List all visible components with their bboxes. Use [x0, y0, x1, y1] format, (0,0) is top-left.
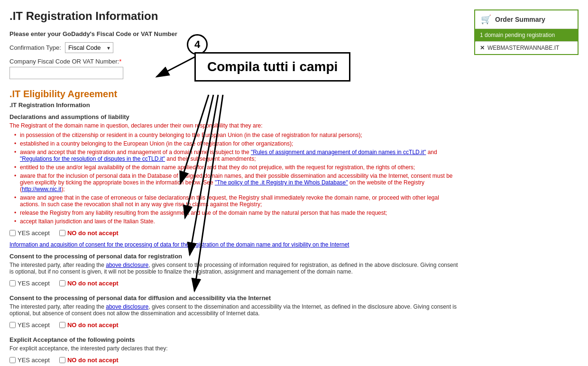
consent1-yes-label[interactable]: YES accept [9, 280, 50, 287]
confirmation-type-select-wrap[interactable]: Fiscal Code VAT Number [65, 42, 113, 53]
consent1-text: The interested party, after reading the … [9, 262, 460, 275]
confirmation-type-select[interactable]: Fiscal Code VAT Number [65, 42, 113, 53]
bullet-3: aware and accept that the registration a… [14, 149, 460, 162]
nic-link[interactable]: http://www.nic.it [22, 186, 61, 192]
fiscal-code-field-block: Company Fiscal Code OR VAT Number:* [9, 58, 460, 79]
regulations-link[interactable]: "Regulations for the resolution of dispu… [20, 156, 165, 162]
sidebar: 🛒 Order Summary 1 domain pending registr… [474, 9, 579, 366]
domain-name: WEBMASTERWANNABE.IT [487, 45, 559, 51]
consent2-yes-label[interactable]: YES accept [9, 321, 50, 329]
explicit-heading: Explicit Acceptance of the following poi… [9, 336, 460, 343]
declarations-no-label[interactable]: NO do not accept [59, 229, 119, 237]
consent1-block: Consent to the processing of personal da… [9, 253, 460, 287]
declarations-yes-checkbox[interactable] [9, 230, 16, 236]
consent1-no-checkbox[interactable] [59, 280, 65, 286]
explicit-yes-checkbox[interactable] [9, 357, 16, 363]
bullet-8: accept Italian jurisdiction and laws of … [14, 218, 460, 225]
order-summary-pending: 1 domain pending registration [475, 29, 578, 41]
fiscal-code-label: Company Fiscal Code OR VAT Number:* [9, 58, 460, 65]
order-summary-title: Order Summary [495, 16, 545, 23]
consent2-accept-row: YES accept NO do not accept [9, 321, 460, 329]
explicit-text: For explicit acceptance, the interested … [9, 345, 460, 352]
fiscal-code-input[interactable] [9, 67, 123, 79]
consent2-block: Consent to the processing of personal da… [9, 294, 460, 329]
rules-link[interactable]: "Rules of assignment and management of d… [251, 149, 426, 156]
consent1-disclosure-link[interactable]: above disclosure [106, 262, 148, 268]
bullet-6: aware and agree that in the case of erro… [14, 194, 460, 208]
explicit-block: Explicit Acceptance of the following poi… [9, 336, 460, 364]
consent1-accept-row: YES accept NO do not accept [9, 280, 460, 287]
explicit-no-label[interactable]: NO do not accept [59, 357, 119, 364]
domain-x-icon: ✕ [480, 45, 485, 51]
consent2-no-checkbox[interactable] [59, 322, 65, 328]
bullet-4: entitled to the use and/or legal availab… [14, 164, 460, 171]
bullet-5: aware that for the inclusion of personal… [14, 173, 460, 192]
bullet-7: release the Registry from any liability … [14, 210, 460, 216]
bullet-2: established in a country belonging to th… [14, 140, 460, 147]
confirmation-type-row: Confirmation Type: Fiscal Code VAT Numbe… [9, 42, 460, 53]
explicit-no-checkbox[interactable] [59, 357, 65, 363]
page-title: .IT Registration Information [9, 9, 460, 23]
declarations-accept-row: YES accept NO do not accept [9, 229, 460, 237]
declarations-no-checkbox[interactable] [59, 230, 65, 236]
eligibility-title: .IT Eligibility Agreement [9, 89, 460, 100]
whois-policy-link[interactable]: "The policy of the .it Registry in the W… [215, 179, 348, 186]
order-summary-box: 🛒 Order Summary 1 domain pending registr… [474, 9, 579, 55]
consent1-yes-checkbox[interactable] [9, 280, 16, 286]
eligibility-subtitle: .IT Registration Information [9, 101, 460, 109]
main-content: .IT Registration Information Please ente… [9, 9, 474, 366]
fiscal-section-label: Please enter your GoDaddy's Fiscal Code … [9, 30, 460, 37]
consent2-yes-checkbox[interactable] [9, 322, 16, 328]
consent2-disclosure-link[interactable]: above disclosure [106, 303, 148, 310]
consent2-heading: Consent to the processing of personal da… [9, 294, 460, 302]
confirmation-type-label: Confirmation Type: [9, 44, 61, 51]
order-summary-header: 🛒 Order Summary [475, 10, 578, 29]
declarations-heading: Declarations and assumptions of liabilit… [9, 113, 460, 120]
order-summary-domain: ✕ WEBMASTERWANNABE.IT [475, 41, 578, 54]
info-link[interactable]: Information and acquisition of consent f… [9, 241, 460, 248]
explicit-accept-row: YES accept NO do not accept [9, 357, 460, 364]
declarations-intro: The Registrant of the domain name in que… [9, 122, 460, 129]
declarations-list: in possession of the citizenship or resi… [9, 132, 460, 225]
declarations-yes-label[interactable]: YES accept [9, 229, 50, 237]
explicit-yes-label[interactable]: YES accept [9, 357, 50, 364]
consent2-text: The interested party, after reading the … [9, 303, 460, 317]
cart-icon: 🛒 [481, 14, 491, 25]
consent1-heading: Consent to the processing of personal da… [9, 253, 460, 260]
consent1-no-label[interactable]: NO do not accept [59, 280, 119, 287]
bullet-1: in possession of the citizenship or resi… [14, 132, 460, 138]
consent2-no-label[interactable]: NO do not accept [59, 321, 119, 329]
